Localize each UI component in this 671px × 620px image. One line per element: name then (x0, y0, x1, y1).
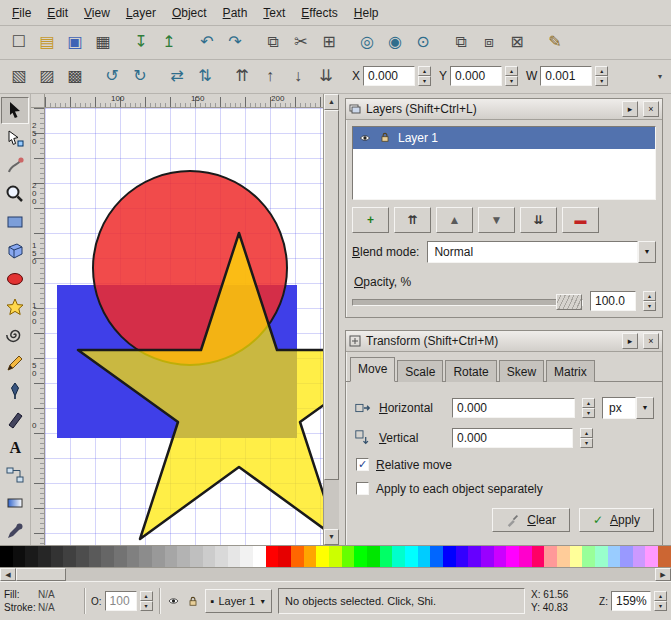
toolbar-button-zoom-to-drawing[interactable]: ◉ (381, 28, 409, 56)
tool-star-button[interactable] (1, 293, 29, 320)
chevron-down-icon[interactable]: ▼ (636, 397, 654, 419)
palette-swatch[interactable] (76, 546, 89, 567)
palette-swatch[interactable] (13, 546, 26, 567)
field-input[interactable]: 0.001 (540, 66, 592, 86)
palette-swatch[interactable] (367, 546, 380, 567)
tool-control-button-lower-to-bottom[interactable]: ⇊ (312, 62, 340, 90)
tool-control-button-raise-to-top[interactable]: ⇈ (228, 62, 256, 90)
tool-node-editor-button[interactable] (1, 125, 29, 152)
tab-move[interactable]: Move (350, 357, 395, 382)
toolbar-button-redo[interactable]: ↷ (221, 28, 249, 56)
palette-swatch[interactable] (329, 546, 342, 567)
layer-button-delete-layer[interactable]: ▬ (562, 207, 599, 233)
layer-lock-icon[interactable] (187, 595, 199, 608)
tool-control-button-deselect[interactable]: ▩ (61, 62, 89, 90)
opacity-slider-trough[interactable] (352, 299, 583, 306)
layers-panel-titlebar[interactable]: Layers (Shift+Ctrl+L) ▸ × (346, 99, 662, 120)
palette-swatch[interactable] (127, 546, 140, 567)
toolbar-button-export[interactable]: ↥ (155, 28, 183, 56)
spin-down-icon[interactable]: ▾ (643, 301, 656, 311)
toolbar-button-paste[interactable]: ⊞ (315, 28, 343, 56)
layer-button-lower-layer[interactable]: ▼ (478, 207, 515, 233)
tool-control-button-raise[interactable]: ↑ (256, 62, 284, 90)
tool-rectangle-button[interactable] (1, 209, 29, 236)
spin-up-icon[interactable]: ▴ (140, 591, 153, 601)
menu-item-layer[interactable]: Layer (118, 2, 164, 24)
layer-button-new-layer[interactable]: + (352, 207, 389, 233)
horizontal-scrollbar[interactable]: ◀ ▶ (0, 567, 671, 582)
spin-up-icon[interactable]: ▴ (505, 66, 518, 76)
palette-swatch[interactable] (63, 546, 76, 567)
palette-swatch[interactable] (152, 546, 165, 567)
palette-swatch[interactable] (253, 546, 266, 567)
master-opacity-input[interactable]: 100 (105, 591, 137, 611)
spin-up-icon[interactable]: ▴ (582, 398, 595, 408)
menu-item-view[interactable]: View (76, 2, 118, 24)
palette-swatch[interactable] (380, 546, 393, 567)
apply-button[interactable]: ✓ Apply (579, 508, 654, 532)
palette-swatch[interactable] (582, 546, 595, 567)
tool-ellipse-button[interactable] (1, 265, 29, 292)
tool-pen-button[interactable] (1, 377, 29, 404)
spin-down-icon[interactable]: ▾ (140, 601, 153, 611)
toolbar-button-xml-editor[interactable]: ✎ (541, 28, 569, 56)
palette-swatch[interactable] (570, 546, 583, 567)
zoom-input[interactable]: 159% (611, 591, 651, 611)
clear-button[interactable]: Clear (492, 508, 570, 532)
menu-item-help[interactable]: Help (346, 2, 387, 24)
menu-item-object[interactable]: Object (164, 2, 215, 24)
palette-swatch[interactable] (215, 546, 228, 567)
spin-down-icon[interactable]: ▾ (505, 76, 518, 86)
palette-swatch[interactable] (506, 546, 519, 567)
palette-swatch[interactable] (89, 546, 102, 567)
spin-down-icon[interactable]: ▾ (580, 438, 593, 448)
layer-visibility-icon[interactable] (166, 595, 181, 607)
unit-select[interactable]: px ▼ (602, 397, 654, 419)
palette-swatch[interactable] (203, 546, 216, 567)
toolbar-button-print-document[interactable]: ▦ (89, 28, 117, 56)
spin-down-icon[interactable]: ▾ (654, 601, 667, 611)
toolbar-button-import[interactable]: ↧ (127, 28, 155, 56)
spin-down-icon[interactable]: ▾ (418, 76, 431, 86)
relative-move-checkbox[interactable]: ✓ (356, 458, 369, 471)
menu-item-path[interactable]: Path (215, 2, 256, 24)
tool-control-button-rotate-90-ccw[interactable]: ↺ (98, 62, 126, 90)
menu-item-file[interactable]: File (4, 2, 39, 24)
tool-control-button-rotate-90-cw[interactable]: ↻ (126, 62, 154, 90)
palette-swatch[interactable] (620, 546, 633, 567)
panel-close-icon[interactable]: × (643, 333, 659, 349)
tab-matrix[interactable]: Matrix (546, 360, 595, 382)
tool-control-button-select-all[interactable]: ▧ (5, 62, 33, 90)
horizontal-input[interactable]: 0.000 (452, 398, 575, 418)
toolbar-overflow-icon[interactable]: ▾ (654, 72, 666, 81)
palette-swatch[interactable] (101, 546, 114, 567)
tab-scale[interactable]: Scale (397, 360, 443, 382)
toolbar-button-zoom-to-selection[interactable]: ◎ (353, 28, 381, 56)
palette-swatch[interactable] (291, 546, 304, 567)
panel-shade-icon[interactable]: ▸ (622, 333, 638, 349)
toolbar-button-undo[interactable]: ↶ (193, 28, 221, 56)
tool-connector-button[interactable] (1, 461, 29, 488)
palette-swatch[interactable] (405, 546, 418, 567)
palette-swatch[interactable] (228, 546, 241, 567)
palette-swatch[interactable] (316, 546, 329, 567)
palette-swatch[interactable] (165, 546, 178, 567)
tool-text-button[interactable]: A (1, 433, 29, 460)
horizontal-ruler[interactable]: 100150200 (45, 94, 323, 108)
palette-swatch[interactable] (38, 546, 51, 567)
tool-spiral-button[interactable] (1, 321, 29, 348)
tool-selector-button[interactable] (1, 97, 29, 124)
palette-swatch[interactable] (468, 546, 481, 567)
palette-swatch[interactable] (354, 546, 367, 567)
spin-up-icon[interactable]: ▴ (654, 591, 667, 601)
palette-swatch[interactable] (443, 546, 456, 567)
palette-swatch[interactable] (51, 546, 64, 567)
palette-swatch[interactable] (114, 546, 127, 567)
tab-rotate[interactable]: Rotate (445, 360, 496, 382)
toolbar-button-duplicate[interactable]: ⧉ (447, 28, 475, 56)
palette-swatch[interactable] (25, 546, 38, 567)
spin-up-icon[interactable]: ▴ (418, 66, 431, 76)
layer-lock-icon[interactable] (379, 131, 391, 144)
palette-swatch[interactable] (430, 546, 443, 567)
layer-button-lower-layer-to-bottom[interactable]: ⇊ (520, 207, 557, 233)
